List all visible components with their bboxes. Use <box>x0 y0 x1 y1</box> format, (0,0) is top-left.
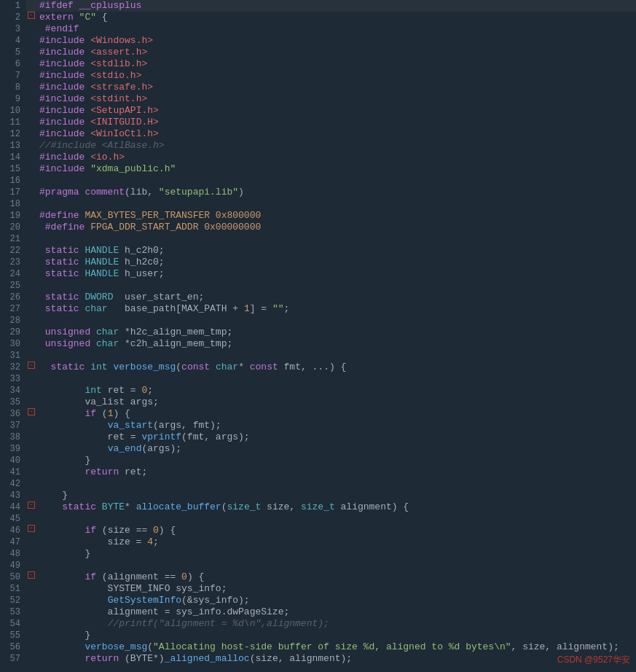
line-number: 48 <box>0 548 26 560</box>
fold-button[interactable]: - <box>28 408 35 415</box>
token: "xdma_public.h" <box>90 163 176 174</box>
token: ) { <box>159 525 176 536</box>
table-row: 18 <box>0 198 636 210</box>
fold-button[interactable]: - <box>28 501 35 509</box>
fold-gutter[interactable]: - <box>26 501 36 509</box>
token: ( <box>176 362 181 372</box>
fold-gutter[interactable]: - <box>26 12 36 19</box>
token: #pragma comment <box>39 187 125 198</box>
line-number: 7 <box>0 70 26 82</box>
token: ) <box>238 187 244 198</box>
line-number: 30 <box>0 338 26 350</box>
token: static <box>39 292 85 302</box>
line-number: 3 <box>0 23 26 35</box>
line-number: 55 <box>0 630 26 641</box>
token <box>39 443 108 454</box>
fold-button[interactable]: - <box>28 362 35 369</box>
token: static <box>39 268 85 279</box>
token: ] = <box>250 303 272 314</box>
token: (&sys_info); <box>181 595 250 606</box>
table-row: 13//#include <AtlBase.h> <box>0 140 636 152</box>
token <box>39 420 108 431</box>
code-line-content: } <box>36 455 636 466</box>
token: ( <box>147 641 153 652</box>
token: va_end <box>108 443 142 454</box>
token: #include <box>39 105 90 116</box>
token <box>210 362 216 372</box>
token: static <box>39 501 102 512</box>
line-number: 2 <box>0 12 26 23</box>
token: #define <box>39 210 85 221</box>
token: verbose_msg <box>113 362 176 372</box>
token: return <box>85 466 119 477</box>
token: HANDLE <box>85 245 119 256</box>
token: (alignment == <box>96 571 181 582</box>
line-number: 21 <box>0 233 26 245</box>
fold-gutter[interactable]: - <box>26 362 36 369</box>
token: , size, alignment); <box>511 641 619 652</box>
line-number: 57 <box>0 653 26 665</box>
line-number: 40 <box>0 455 26 466</box>
token: ( <box>221 501 227 512</box>
code-line-content: return ret; <box>36 466 636 478</box>
code-line-content: static HANDLE h_c2h0; <box>36 245 636 257</box>
token: } <box>39 490 68 501</box>
table-row: 34 int ret = 0; <box>0 385 636 396</box>
token: char <box>96 338 119 349</box>
fold-gutter[interactable]: - <box>26 408 36 415</box>
fold-button[interactable]: - <box>28 525 35 532</box>
token: int <box>90 362 107 372</box>
code-line-content: unsigned char *c2h_align_mem_tmp; <box>36 338 636 350</box>
table-row: 56 verbose_msg("Allocating host-side buf… <box>0 641 636 653</box>
line-number: 27 <box>0 303 26 315</box>
token: _aligned_malloc <box>165 653 250 664</box>
code-line-content: return (BYTE*)_aligned_malloc(size, alig… <box>36 653 636 665</box>
table-row: 10#include <SetupAPI.h> <box>0 105 636 117</box>
fold-gutter[interactable]: - <box>26 525 36 532</box>
code-line-content: #include <stdlib.h> <box>36 58 636 70</box>
token: *c2h_align_mem_tmp; <box>119 338 232 349</box>
token: //printf("alignment = %d\n",alignment); <box>108 618 329 629</box>
code-line-content: #endif <box>36 23 636 35</box>
code-line-content <box>36 560 636 571</box>
fold-button[interactable]: - <box>28 12 35 19</box>
line-number: 39 <box>0 443 26 455</box>
table-row: 20 #define FPGA_DDR_START_ADDR 0x0000000… <box>0 222 636 233</box>
token: <WinIoCtl.h> <box>90 128 159 139</box>
table-row: 23 static HANDLE h_h2c0; <box>0 257 636 268</box>
code-line-content: #ifdef __cplusplus <box>36 0 636 12</box>
code-line-content: #include <stdio.h> <box>36 70 636 82</box>
code-line-content: SYSTEM_INFO sys_info; <box>36 583 636 595</box>
code-line-content: ret = vprintf(fmt, args); <box>36 431 636 443</box>
table-row: 33 <box>0 373 636 385</box>
table-row: 12#include <WinIoCtl.h> <box>0 128 636 140</box>
token: allocate_buffer <box>136 501 221 512</box>
line-number: 50 <box>0 571 26 583</box>
table-row: 9#include <stdint.h> <box>0 93 636 105</box>
code-line-content: static int verbose_msg(const char* const… <box>36 362 636 373</box>
code-line-content <box>36 350 636 362</box>
token: const <box>181 362 210 372</box>
line-number: 33 <box>0 373 26 385</box>
code-line-content: unsigned char *h2c_align_mem_tmp; <box>36 327 636 338</box>
token: #ifdef __cplusplus <box>39 0 141 11</box>
token: FPGA_DDR_START_ADDR <box>90 222 204 233</box>
token: #include <box>39 70 90 81</box>
token: if <box>85 571 96 582</box>
table-row: 55 } <box>0 630 636 641</box>
table-row: 7#include <stdio.h> <box>0 70 636 82</box>
line-number: 54 <box>0 618 26 630</box>
table-row: 26 static DWORD user_start_en; <box>0 292 636 303</box>
code-line-content: #include "xdma_public.h" <box>36 163 636 175</box>
token: extern <box>39 12 79 23</box>
token: if <box>85 525 96 536</box>
table-row: 11#include <INITGUID.H> <box>0 117 636 128</box>
fold-button[interactable]: - <box>28 571 35 579</box>
token: "" <box>272 303 284 314</box>
fold-gutter[interactable]: - <box>26 571 36 579</box>
token: ) { <box>113 408 130 419</box>
line-number: 23 <box>0 257 26 268</box>
token: size_t <box>227 501 262 512</box>
token: h_user; <box>119 268 164 279</box>
line-number: 26 <box>0 292 26 303</box>
